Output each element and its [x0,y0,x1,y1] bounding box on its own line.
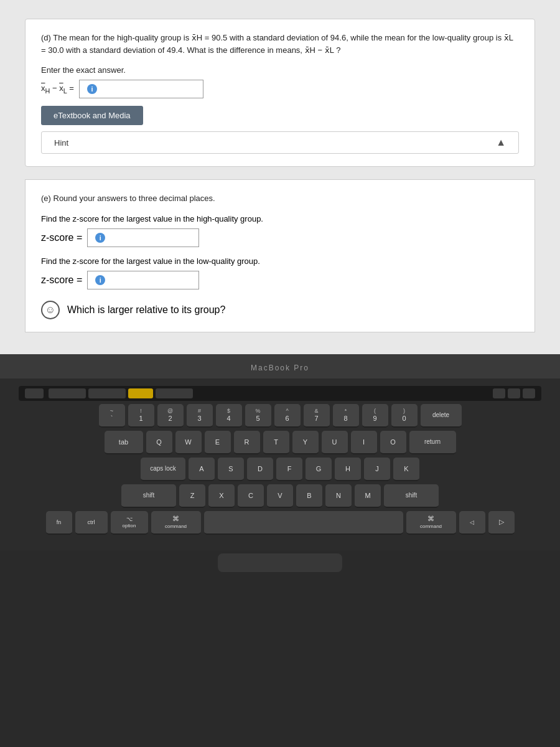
key-g[interactable]: G [306,458,332,481]
key-m[interactable]: M [355,484,381,508]
hint-button[interactable]: Hint ▲ [41,131,519,154]
key-u[interactable]: U [322,431,348,454]
problem-e-intro: (e) Round your answers to three decimal … [41,192,519,205]
key-d[interactable]: D [247,458,273,481]
problem-e-box: (e) Round your answers to three decimal … [25,179,535,332]
key-fn[interactable]: fn [46,511,72,535]
key-y[interactable]: Y [292,431,319,454]
key-f[interactable]: F [276,458,302,481]
key-return[interactable]: return [409,431,456,454]
zscore-high-label: z-score = [41,232,82,243]
zxcv-key-row: shift Z X C V B N M shift [9,484,551,508]
key-left-arrow[interactable]: ◁ [459,511,485,535]
hint-label: Hint [54,138,68,148]
key-a[interactable]: A [189,458,215,481]
key-j[interactable]: J [364,458,390,481]
instruction-low: Find the z-score for the largest value i… [41,256,519,266]
qwerty-key-row: tab Q W E R T Y U I O return [9,431,551,454]
key-t[interactable]: T [263,431,289,454]
key-k[interactable]: K [393,458,419,481]
bottom-bar [0,550,560,575]
touchbar-segment-2 [88,388,126,398]
instruction-high: Find the z-score for the largest value i… [41,214,519,223]
hint-arrow-icon: ▲ [496,137,506,148]
key-6[interactable]: ^6 [274,404,301,428]
problem-d-text: (d) The mean for the high-quality group … [41,32,519,56]
smiley-icon: ☺ [41,301,60,319]
screen-area: (d) The mean for the high-quality group … [0,0,560,354]
key-option[interactable]: ⌥ option [111,511,148,535]
key-i[interactable]: I [351,431,377,454]
bottom-key-row: fn ctrl ⌥ option ⌘ command ⌘ command ◁ ▷ [9,511,551,535]
macbook-label: MacBook Pro [0,364,560,372]
key-c[interactable]: C [238,484,264,508]
number-key-row: ~` !1 @2 #3 $4 %5 ^6 &7 *8 (9 )0 delete [9,404,551,428]
key-3[interactable]: #3 [187,404,213,428]
touchbar-segment-3 [128,388,153,398]
key-9[interactable]: (9 [362,404,388,428]
touchbar-esc [25,388,44,398]
key-q[interactable]: Q [146,431,172,454]
key-tab[interactable]: tab [105,431,143,454]
answer-row-zlow: z-score = i [41,271,519,289]
key-r[interactable]: R [234,431,260,454]
answer-input-d[interactable]: i [79,80,203,98]
key-command-left[interactable]: ⌘ command [151,511,201,535]
touchbar-segment-1 [49,388,86,398]
info-icon-d[interactable]: i [87,84,97,94]
key-5[interactable]: %5 [245,404,271,428]
asdf-key-row: caps lock A S D F G H J K [9,458,551,481]
key-1[interactable]: !1 [128,404,154,428]
key-s[interactable]: S [218,458,244,481]
key-control[interactable]: ctrl [75,511,108,535]
etextbook-button[interactable]: eTextbook and Media [41,106,143,125]
touchbar-segment-4 [156,388,193,398]
key-tilde[interactable]: ~` [99,404,125,428]
formula-label-d: xH − xL = [41,83,74,95]
laptop-container: (d) The mean for the high-quality group … [0,0,560,747]
key-2[interactable]: @2 [157,404,184,428]
trackpad[interactable] [218,553,342,572]
key-n[interactable]: N [325,484,352,508]
key-shift-right[interactable]: shift [384,484,439,508]
touchbar-right-2 [508,388,520,398]
answer-row-zhigh: z-score = i [41,228,519,247]
key-z[interactable]: Z [179,484,205,508]
key-o[interactable]: O [380,431,406,454]
key-command-right[interactable]: ⌘ command [406,511,456,535]
key-delete[interactable]: delete [421,404,462,428]
key-h[interactable]: H [335,458,361,481]
problem-d-box: (d) The mean for the high-quality group … [25,19,535,167]
answer-row-d: xH − xL = i [41,80,519,98]
zscore-low-input[interactable]: i [87,271,199,289]
key-b[interactable]: B [296,484,322,508]
info-icon-zlow[interactable]: i [95,275,105,285]
info-icon-zhigh[interactable]: i [95,233,105,243]
key-caps-lock[interactable]: caps lock [141,458,185,481]
macbook-bezel: MacBook Pro ~` !1 [0,354,560,575]
zscore-high-input[interactable]: i [87,228,199,247]
touchbar-right-3 [523,388,535,398]
key-8[interactable]: *8 [333,404,359,428]
key-4[interactable]: $4 [216,404,242,428]
key-space[interactable] [204,511,403,535]
key-7[interactable]: &7 [304,404,330,428]
key-right-arrow[interactable]: ▷ [488,511,515,535]
key-shift-left[interactable]: shift [121,484,176,508]
key-0[interactable]: )0 [391,404,418,428]
keyboard-area: ~` !1 @2 #3 $4 %5 ^6 &7 *8 (9 )0 delete … [0,378,560,550]
key-e[interactable]: E [205,431,231,454]
enter-exact-label: Enter the exact answer. [41,65,519,75]
touchbar-right-1 [493,388,505,398]
key-x[interactable]: X [208,484,235,508]
key-v[interactable]: V [267,484,293,508]
which-larger-label: Which is larger relative to its group? [67,304,225,316]
key-w[interactable]: W [175,431,202,454]
zscore-low-label: z-score = [41,275,82,286]
touchbar [19,386,541,401]
